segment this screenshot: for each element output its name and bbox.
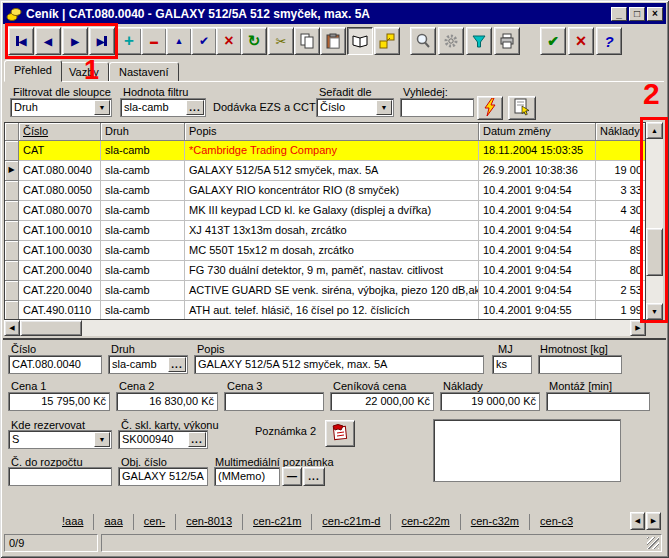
table-row[interactable]: CAT sla-camb *Cambridge Trading Company … <box>5 141 646 161</box>
cena2-field[interactable]: 16 830,00 Kč <box>116 392 218 411</box>
browse-filter-button[interactable]: ... <box>186 100 204 115</box>
current-row-marker-icon: ▶ <box>8 165 14 174</box>
ok-button[interactable]: ✔ <box>540 27 566 55</box>
horizontal-scrollbar[interactable]: ◀ ▶ <box>4 320 646 336</box>
table-row[interactable]: CAT.490.0110 sla-camb ATH aut. telef. hl… <box>5 301 646 320</box>
multimedia-field[interactable]: (MMemo) <box>214 467 280 486</box>
column-header-druh[interactable]: Druh <box>101 123 185 141</box>
column-header-popis[interactable]: Popis <box>185 123 479 141</box>
bottom-tab[interactable]: aaa <box>94 515 132 527</box>
settings-button[interactable] <box>438 27 464 55</box>
dash-icon: — <box>287 471 297 482</box>
bottom-tab[interactable]: !aaa <box>52 515 93 527</box>
print-button[interactable] <box>494 27 520 55</box>
edit-record-button[interactable]: ▲ <box>166 27 192 55</box>
delete-record-button[interactable]: ▬ <box>141 27 167 55</box>
browse-skl-karta-button[interactable]: ... <box>188 432 206 447</box>
hmotnost-field-label: Hmotnost [kg] <box>540 343 608 355</box>
table-row[interactable]: CAT.100.0030 sla-camb MC 550T 15x12 m do… <box>5 241 646 261</box>
open-book-icon <box>351 33 369 49</box>
kde-rezervovat-select[interactable]: S ▼ <box>8 430 112 449</box>
title-bar[interactable]: Ceník | CAT.080.0040 - GALAXY 512/5A 512… <box>3 3 666 24</box>
column-header-naklady[interactable]: Náklady <box>596 123 646 141</box>
cenikova-cena-field[interactable]: 22 000,00 Kč <box>330 392 434 411</box>
check-icon: ✔ <box>199 34 209 48</box>
bottom-tab[interactable]: cen-c21m-d <box>312 515 390 527</box>
poznamka2-edit-button[interactable] <box>325 420 355 447</box>
cislo-field[interactable]: CAT.080.0040 <box>8 355 102 374</box>
cancel-button[interactable]: × <box>568 27 594 55</box>
bottom-tab[interactable]: cen-c32m <box>461 515 529 527</box>
skl-karta-field[interactable]: SK000940 ... <box>118 430 208 449</box>
obj-cislo-field[interactable]: GALAXY 512/5A <box>118 467 208 486</box>
ok-check-icon: ✔ <box>547 33 559 49</box>
scrollbar-thumb[interactable] <box>20 320 82 336</box>
select-record-button[interactable] <box>508 96 536 120</box>
close-button[interactable]: × <box>647 7 663 21</box>
poznamka2-textarea[interactable] <box>433 419 621 482</box>
links-view-button[interactable] <box>374 27 400 55</box>
quick-search-button[interactable] <box>477 96 503 120</box>
paste-button[interactable] <box>320 27 346 55</box>
druh-field[interactable]: sla-camb ... <box>108 355 188 374</box>
catalog-view-button[interactable] <box>347 27 373 55</box>
filter-value-input[interactable]: sla-camb ... <box>120 98 206 117</box>
multimedia-browse-button[interactable]: ... <box>303 467 325 486</box>
naklady-field[interactable]: 19 000,00 Kč <box>440 392 540 411</box>
bottom-tab[interactable]: cen-c21m <box>243 515 311 527</box>
filter-button[interactable] <box>466 27 492 55</box>
copy-button[interactable] <box>294 27 320 55</box>
multimedia-clear-button[interactable]: — <box>282 467 302 486</box>
price-list-table: Číslo Druh Popis Datum změny Náklady CAT… <box>4 122 646 320</box>
table-row-current[interactable]: ▶ CAT.080.0040 sla-camb GALAXY 512/5A 51… <box>5 161 646 181</box>
cancel-edit-button[interactable]: × <box>216 27 242 55</box>
search-button[interactable] <box>410 27 436 55</box>
help-button[interactable]: ? <box>596 27 622 55</box>
refresh-button[interactable]: ↻ <box>241 27 267 55</box>
search-input[interactable] <box>400 98 474 117</box>
resize-grip[interactable] <box>647 537 659 549</box>
table-row[interactable]: CAT.220.0040 sla-camb ACTIVE GUARD SE ve… <box>5 281 646 301</box>
chevron-down-icon[interactable]: ▼ <box>94 432 110 447</box>
table-row[interactable]: CAT.080.0050 sla-camb GALAXY RIO koncent… <box>5 181 646 201</box>
column-header-datum[interactable]: Datum změny <box>479 123 596 141</box>
tab-prehled[interactable]: Přehled <box>4 60 62 82</box>
bottom-tab[interactable]: cen-c22m <box>391 515 459 527</box>
cut-button[interactable]: ✂ <box>268 27 294 55</box>
hmotnost-field[interactable] <box>538 355 622 374</box>
montaz-field[interactable] <box>546 392 650 411</box>
sort-select[interactable]: Číslo ▼ <box>316 98 394 117</box>
funnel-icon <box>471 34 487 49</box>
add-record-button[interactable]: + <box>116 27 142 55</box>
note-icon <box>331 423 349 441</box>
tab-scroll-left-button[interactable]: ◀ <box>630 512 645 530</box>
filter-column-select[interactable]: Druh ▼ <box>10 98 112 117</box>
cena3-field[interactable] <box>224 392 324 411</box>
cena1-field-label: Cena 1 <box>11 380 46 392</box>
annotation-box-nav-buttons <box>5 23 118 59</box>
table-row[interactable]: CAT.100.0010 sla-camb XJ 413T 13x13m dos… <box>5 221 646 241</box>
chevron-down-icon[interactable]: ▼ <box>376 100 392 115</box>
mj-field[interactable]: ks <box>492 355 532 374</box>
bottom-tab[interactable]: cen- <box>134 515 175 527</box>
cena1-field[interactable]: 15 795,00 Kč <box>8 392 110 411</box>
scroll-left-button[interactable]: ◀ <box>4 320 20 336</box>
tab-scroll-right-button[interactable]: ▶ <box>646 512 661 530</box>
popis-field[interactable]: GALAXY 512/5A 512 smyček, max. 5A <box>194 355 484 374</box>
selector-column-header <box>5 123 19 141</box>
table-row[interactable]: CAT.200.0040 sla-camb FG 730 duální dete… <box>5 261 646 281</box>
chevron-down-icon[interactable]: ▼ <box>94 100 110 115</box>
table-row[interactable]: CAT.080.0070 sla-camb MK III keypad LCD … <box>5 201 646 221</box>
browse-druh-button[interactable]: ... <box>168 357 186 372</box>
column-header-cislo[interactable]: Číslo <box>19 123 101 141</box>
confirm-edit-button[interactable]: ✔ <box>191 27 217 55</box>
bottom-tab[interactable]: cen-8013 <box>176 515 242 527</box>
annotation-number-1: 1 <box>84 55 99 86</box>
maximize-button[interactable]: □ <box>629 7 645 21</box>
search-label: Vyhledej: <box>403 86 448 98</box>
minus-icon: ▬ <box>150 37 158 46</box>
bottom-tab[interactable]: cen-c3 <box>530 515 576 527</box>
minimize-button[interactable]: _ <box>611 7 627 21</box>
tab-nastaveni[interactable]: Nastavení <box>109 62 179 82</box>
rozpocet-field[interactable] <box>8 467 112 486</box>
